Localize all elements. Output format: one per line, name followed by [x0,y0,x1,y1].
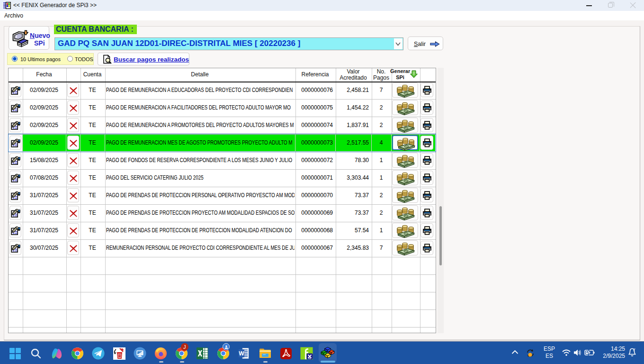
svg-text:W: W [239,350,244,357]
svg-text:sls: sls [308,357,311,360]
svg-text:z: z [634,348,635,350]
